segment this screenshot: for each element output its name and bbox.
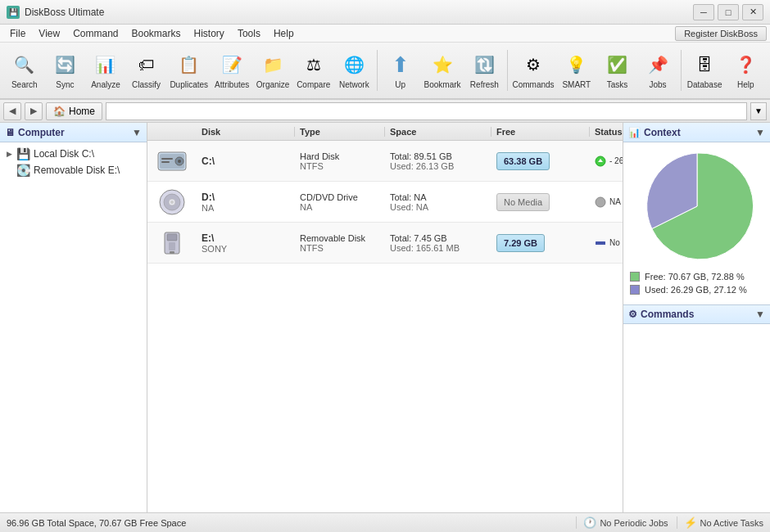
menu-history[interactable]: History — [188, 26, 231, 41]
usb-icon-e — [156, 227, 188, 259]
register-button[interactable]: Register DiskBoss — [675, 26, 767, 41]
menu-command[interactable]: Command — [66, 26, 125, 41]
table-row[interactable]: D:\ NA CD/DVD Drive NA Total: NA Used: N… — [147, 182, 623, 223]
tree-label-local-disk: Local Disk C:\ — [34, 148, 94, 160]
forward-button[interactable]: ▶ — [25, 102, 43, 120]
refresh-label: Refresh — [470, 80, 499, 89]
status-icon-c — [595, 156, 606, 167]
help-button[interactable]: ❓ Help — [726, 46, 765, 95]
periodic-jobs-icon: 🕐 — [583, 516, 596, 529]
back-button[interactable]: ◀ — [3, 102, 21, 120]
duplicates-icon: 📋 — [176, 52, 202, 78]
disk-name-c: C:\ — [197, 152, 295, 170]
disk-space-d: Total: NA Used: NA — [385, 189, 491, 215]
left-panel-dropdown[interactable]: ▼ — [132, 127, 142, 138]
title-bar-left: 💾 DiskBoss Ultimate — [7, 6, 104, 19]
home-icon: 🏠 — [53, 106, 66, 117]
context-dropdown[interactable]: ▼ — [755, 127, 765, 138]
minimize-button[interactable]: ─ — [693, 4, 714, 20]
context-header: 📊 Context ▼ — [623, 123, 770, 142]
home-button[interactable]: 🏠 Home — [46, 102, 102, 120]
table-body: C:\ Hard Disk NTFS Total: 89.51 GB Used:… — [147, 141, 623, 512]
disk-space-e: Total: 7.45 GB Used: 165.61 MB — [385, 230, 491, 256]
smart-label: SMART — [562, 80, 591, 89]
commands-button[interactable]: ⚙ Commands — [511, 46, 555, 95]
col-header-status[interactable]: Status — [590, 127, 623, 137]
sync-icon: 🔄 — [52, 52, 78, 78]
menu-file[interactable]: File — [3, 26, 32, 41]
network-label: Network — [339, 80, 369, 89]
svg-point-12 — [596, 197, 605, 207]
legend-used-label: Used: 26.29 GB, 27.12 % — [645, 285, 747, 295]
disk-icon-d — [147, 183, 197, 222]
classify-icon: 🏷 — [134, 52, 160, 78]
main-area: 🖥 Computer ▼ ▶ 💾 Local Disk C:\ 💽 Remova… — [0, 123, 770, 512]
col-header-disk[interactable]: Disk — [197, 127, 295, 137]
col-header-free[interactable]: Free — [491, 127, 590, 137]
table-row[interactable]: E:\ SONY Removable Disk NTFS Total: 7.45… — [147, 223, 623, 264]
legend-free-color — [630, 272, 640, 282]
free-value-d[interactable]: No Media — [496, 193, 550, 211]
nav-dropdown[interactable]: ▼ — [750, 102, 767, 120]
active-tasks-badge: ⚡ No Active Tasks — [677, 516, 763, 529]
periodic-jobs-badge: 🕐 No Periodic Jobs — [576, 516, 668, 529]
tasks-button[interactable]: ✅ Tasks — [598, 46, 637, 95]
duplicates-button[interactable]: 📋 Duplicates — [167, 46, 211, 95]
address-input[interactable] — [106, 102, 747, 120]
nav-bar: ◀ ▶ 🏠 Home ▼ — [0, 100, 770, 123]
commands-label: Commands — [512, 80, 554, 89]
bookmark-icon: ⭐ — [429, 52, 455, 78]
legend-used: Used: 26.29 GB, 27.12 % — [630, 285, 763, 295]
free-value-c[interactable]: 63.38 GB — [496, 152, 550, 170]
svg-rect-14 — [167, 234, 177, 241]
hdd-icon: 💾 — [16, 147, 30, 160]
search-icon: 🔍 — [11, 52, 38, 78]
free-value-e[interactable]: 7.29 GB — [496, 234, 545, 252]
smart-icon: 💡 — [564, 52, 590, 78]
tree-item-removable-disk[interactable]: 💽 Removable Disk E:\ — [3, 162, 143, 178]
toolbar-sep-3 — [681, 50, 682, 91]
left-panel: 🖥 Computer ▼ ▶ 💾 Local Disk C:\ 💽 Remova… — [0, 123, 147, 512]
classify-button[interactable]: 🏷 Classify — [127, 46, 166, 95]
disk-status-c: - 269.09 KB/... — [590, 152, 623, 170]
commands-dropdown[interactable]: ▼ — [755, 309, 765, 320]
restore-button[interactable]: □ — [718, 4, 739, 20]
svg-point-3 — [178, 160, 181, 163]
chart-area: Free: 70.67 GB, 72.88 % Used: 26.29 GB, … — [623, 142, 770, 304]
refresh-button[interactable]: 🔃 Refresh — [465, 46, 505, 95]
disk-type-e: Removable Disk NTFS — [295, 230, 385, 256]
network-button[interactable]: 🌐 Network — [335, 46, 374, 95]
usb-icon-tree: 💽 — [16, 164, 30, 177]
table-row[interactable]: C:\ Hard Disk NTFS Total: 89.51 GB Used:… — [147, 141, 623, 182]
col-header-space[interactable]: Space — [385, 127, 491, 137]
tree-item-local-disk[interactable]: ▶ 💾 Local Disk C:\ — [3, 146, 143, 162]
active-tasks-label: No Active Tasks — [700, 518, 763, 528]
smart-button[interactable]: 💡 SMART — [557, 46, 596, 95]
tasks-icon: ✅ — [604, 52, 630, 78]
pie-chart — [640, 149, 754, 264]
context-title: Context — [644, 127, 681, 138]
organize-button[interactable]: 📁 Organize — [253, 46, 292, 95]
table-header: Disk Type Space Free Status Tools — [147, 123, 623, 141]
bookmark-button[interactable]: ⭐ Bookmark — [422, 46, 464, 95]
organize-icon: 📁 — [260, 52, 286, 78]
attributes-label: Attributes — [215, 80, 249, 89]
compare-button[interactable]: ⚖ Compare — [294, 46, 333, 95]
menu-help[interactable]: Help — [267, 26, 301, 41]
jobs-button[interactable]: 📌 Jobs — [638, 46, 677, 95]
sync-button[interactable]: 🔄 Sync — [46, 46, 85, 95]
attributes-button[interactable]: 📝 Attributes — [212, 46, 251, 95]
database-button[interactable]: 🗄 Database — [685, 46, 725, 95]
legend-free: Free: 70.67 GB, 72.88 % — [630, 272, 763, 282]
commands-area — [623, 324, 770, 512]
up-label: Up — [395, 80, 405, 89]
up-button[interactable]: ⬆ Up — [381, 46, 420, 95]
menu-tools[interactable]: Tools — [231, 26, 267, 41]
close-button[interactable]: ✕ — [742, 4, 763, 20]
menu-view[interactable]: View — [32, 26, 66, 41]
analyze-button[interactable]: 📊 Analyze — [86, 46, 125, 95]
menu-bookmarks[interactable]: Bookmarks — [125, 26, 188, 41]
search-button[interactable]: 🔍 Search — [5, 46, 44, 95]
disk-free-e: 7.29 GB — [491, 231, 590, 255]
col-header-type[interactable]: Type — [295, 127, 385, 137]
